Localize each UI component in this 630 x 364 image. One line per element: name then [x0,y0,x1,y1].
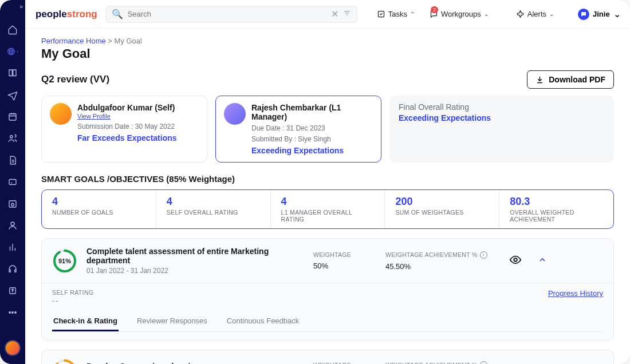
info-icon[interactable]: i [480,251,487,259]
sidebar: » › ••• [0,0,25,364]
stat-item: 80.3OVERALL WEIGHTED ACHIEVEMENT [499,190,613,228]
chevron-up-icon[interactable] [538,255,547,267]
svg-point-2 [11,51,11,52]
alerts-menu[interactable]: Alerts⌄ [513,10,557,18]
tab-reviewer[interactable]: Reviewer Responses [136,312,208,331]
participant-name: Rajesh Chembarkar (L1 Manager) [251,103,373,121]
progress-ring: 87% [52,358,77,364]
final-rating-value: Exceeding Expectations [399,113,605,122]
download-icon [536,76,544,84]
final-rating-label: Final Overall Rating [399,102,605,112]
people-icon[interactable] [7,133,18,144]
review-title: Q2 review (VV) [41,74,109,85]
stat-item: 4L1 MANAGER OVERALL RATING [271,190,385,228]
due-date: Due Date : 31 Dec 2023 [251,124,373,132]
breadcrumb-root[interactable]: Performance Home [41,37,106,45]
goal-card: 87% Develop Succession planning program … [41,350,614,364]
goal-title: Complete talent assessment of entire Mar… [86,247,304,265]
breadcrumb-current: My Goal [115,37,142,45]
clear-icon[interactable]: ✕ [331,9,338,19]
home-icon[interactable] [7,24,18,35]
eye-icon[interactable] [509,254,522,268]
workgroups-badge: 2 [431,6,438,13]
stats-bar: 4NUMBER OF GOALS 4SELF OVERALL RATING 4L… [41,189,614,229]
final-rating-card: Final Overall Rating Exceeding Expectati… [389,96,614,163]
stat-item: 4SELF OVERALL RATING [156,190,271,228]
chart-icon[interactable] [7,242,18,253]
breadcrumb: Performance Home > My Goal [41,37,614,45]
progress-history-link[interactable]: Progress History [548,289,603,298]
svg-point-13 [514,258,517,262]
logo: peoplestrong [36,9,97,20]
rating: Exceeding Expectations [251,146,373,155]
section-title: SMART GOALS /OBJECTIVES (85% Weightage) [41,174,614,184]
avatar [50,103,72,125]
submitted-by: Submitted By : Siye Singh [251,135,373,143]
participant-name: Abdulgafoor Kumar (Self) [77,103,177,112]
search-icon: 🔍 [112,9,123,19]
participant-card-manager[interactable]: Rajesh Chembarkar (L1 Manager) Due Date … [215,96,381,163]
svg-rect-3 [9,114,16,120]
self-rating-value: -- [52,297,603,305]
self-rating-label: SELF RATING [52,289,603,296]
info-icon[interactable]: i [480,361,487,364]
participant-card-self[interactable]: Abdulgafoor Kumar (Self) View Profile Su… [41,96,207,163]
stat-item: 200SUM OF WEIGHTAGES [385,190,499,228]
more-icon[interactable]: ••• [7,307,18,318]
svg-rect-5 [9,180,16,185]
filter-icon[interactable] [343,9,351,19]
submission-date: Submission Date : 30 May 2022 [77,122,177,130]
page-title: My Goal [41,46,614,61]
view-profile-link[interactable]: View Profile [77,113,177,120]
sidebar-avatar[interactable] [5,340,21,356]
schedule-icon[interactable] [7,198,18,209]
svg-point-8 [11,222,14,225]
document-icon[interactable] [7,155,18,166]
user-menu[interactable]: Jinie⌄ [578,9,621,20]
download-pdf-button[interactable]: Download PDF [527,70,614,89]
workgroups-menu[interactable]: 2 Workgroups⌄ [426,10,492,18]
card-icon[interactable] [7,176,18,188]
goal-title: Develop Succession planning program [86,362,304,365]
goal-card: 91% Complete talent assessment of entire… [41,238,614,341]
plane-icon[interactable] [7,89,18,101]
svg-point-4 [10,136,13,139]
tab-checkin[interactable]: Check-in & Rating [52,312,119,331]
stat-item: 4NUMBER OF GOALS [42,190,156,228]
svg-point-7 [11,203,14,206]
expand-icon[interactable]: » [19,3,23,10]
chat-icon [578,9,589,20]
user-icon[interactable] [7,220,18,231]
target-icon[interactable]: › [7,46,18,57]
tasks-menu[interactable]: Tasks⌃ [373,10,418,18]
goal-tabs: Check-in & Rating Reviewer Responses Con… [52,312,603,332]
topbar: peoplestrong 🔍 ✕ Tasks⌃ 2 Workgroups⌄ Al… [25,0,630,29]
search-box[interactable]: 🔍 ✕ [105,6,357,23]
book-icon[interactable] [7,68,18,79]
export-icon[interactable] [7,285,18,296]
progress-ring: 91% [52,248,77,274]
avatar [224,103,246,125]
tab-feedback[interactable]: Continuous Feedback [226,312,300,331]
calendar-icon[interactable] [7,111,18,122]
rating: Far Exceeds Expectations [77,133,177,143]
search-input[interactable] [128,10,326,18]
goal-dates: 01 Jan 2022 - 31 Jan 2022 [86,267,304,275]
headset-icon[interactable] [7,263,18,275]
